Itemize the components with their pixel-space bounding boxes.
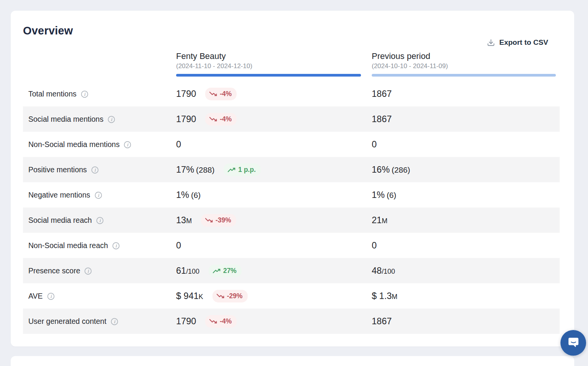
table-row: Non-Social media reach i 0 0 <box>23 233 560 258</box>
previous-value: 1%(6) <box>372 190 396 200</box>
metric-label: User generated content <box>28 317 106 326</box>
current-value-cell: 13M -39% <box>176 214 372 227</box>
current-value: 1790 <box>176 114 196 124</box>
column-header-current: Fenty Beauty (2024-11-10 - 2024-12-10) <box>176 51 372 77</box>
column-header-previous: Previous period (2024-10-10 - 2024-11-09… <box>372 51 560 77</box>
svg-text:i: i <box>88 268 90 274</box>
info-icon[interactable]: i <box>108 116 115 123</box>
table-row: Positive mentions i 17%(288) <box>23 157 560 182</box>
current-value-cell: 0 <box>176 240 372 251</box>
trending-down-icon <box>209 319 217 324</box>
metric-label: AVE <box>28 292 43 301</box>
previous-value-cell: 0 <box>372 240 560 251</box>
column-color-bar <box>176 74 361 77</box>
table-header: Fenty Beauty (2024-11-10 - 2024-12-10) P… <box>23 51 560 77</box>
column-period: (2024-10-10 - 2024-11-09) <box>372 62 560 70</box>
trending-up-icon <box>213 268 220 274</box>
change-badge-label: 1 p.p. <box>238 166 256 174</box>
current-value: 17%(288) <box>176 165 214 175</box>
info-icon[interactable]: i <box>95 191 102 199</box>
metric-label: Presence score <box>28 266 80 275</box>
previous-value: 1867 <box>372 114 392 124</box>
previous-value-cell: 1%(6) <box>372 190 560 200</box>
change-badge-label: -4% <box>220 90 232 98</box>
info-icon[interactable]: i <box>84 267 92 275</box>
current-value-cell: 1790 -4% <box>176 315 372 328</box>
change-badge: 1 p.p. <box>224 163 261 176</box>
info-icon[interactable]: i <box>47 292 55 300</box>
change-badge-label: -4% <box>220 317 232 325</box>
table-row: Total mentions i 1790 <box>23 81 560 106</box>
table-row: Non-Social media mentions i 0 0 <box>23 132 560 157</box>
current-value: 1%(6) <box>176 190 201 200</box>
column-name: Fenty Beauty <box>176 51 372 61</box>
current-value: 1790 <box>176 316 196 327</box>
current-value-cell: 1790 -4% <box>176 88 372 100</box>
chat-bubble-icon <box>567 336 580 350</box>
previous-value: 1867 <box>372 89 392 99</box>
overview-card: Overview Export to CSV Fenty Beauty (202… <box>11 11 574 346</box>
metric-label: Social media reach <box>28 216 92 225</box>
svg-text:i: i <box>114 319 116 324</box>
change-badge-label: -39% <box>216 216 231 224</box>
export-csv-label: Export to CSV <box>499 38 548 47</box>
info-icon[interactable]: i <box>96 217 104 224</box>
change-badge: -4% <box>205 113 237 126</box>
current-value-cell: $ 941K -29% <box>176 290 372 302</box>
previous-value: 48/100 <box>372 266 395 276</box>
next-section-card <box>11 356 574 366</box>
previous-value-cell: 1867 <box>372 114 560 124</box>
column-name: Previous period <box>372 51 560 61</box>
table-row: Social media reach i 13M <box>23 208 560 233</box>
table-row: Negative mentions i 1%(6) 1%(6) <box>23 182 560 208</box>
info-icon[interactable]: i <box>112 242 120 250</box>
svg-text:i: i <box>50 294 52 299</box>
current-value-cell: 0 <box>176 139 372 150</box>
column-period: (2024-11-10 - 2024-12-10) <box>176 62 372 70</box>
change-badge: -39% <box>201 214 236 227</box>
trending-down-icon <box>205 217 213 223</box>
previous-value: 21M <box>372 215 387 225</box>
current-value: 1790 <box>176 89 196 99</box>
current-value-cell: 1790 -4% <box>176 113 372 126</box>
svg-text:i: i <box>99 218 101 223</box>
page-title: Overview <box>23 25 73 37</box>
current-value: 0 <box>176 139 181 150</box>
metric-label: Total mentions <box>28 90 77 98</box>
table-row: AVE i $ 941K <box>23 283 560 309</box>
metric-label: Negative mentions <box>28 191 90 199</box>
current-value-cell: 61/100 27% <box>176 265 372 277</box>
current-value-cell: 1%(6) <box>176 190 372 200</box>
info-icon[interactable]: i <box>111 318 118 325</box>
previous-value-cell: 21M <box>372 215 560 225</box>
metric-label: Positive mentions <box>28 165 87 174</box>
export-csv-button[interactable]: Export to CSV <box>487 38 548 47</box>
change-badge-label: 27% <box>223 267 237 275</box>
svg-text:i: i <box>115 243 117 248</box>
chat-launcher-button[interactable] <box>560 330 586 356</box>
previous-value: 0 <box>372 139 377 150</box>
svg-text:i: i <box>84 92 86 97</box>
previous-value: $ 1.3M <box>372 291 397 301</box>
current-value: $ 941K <box>176 291 203 301</box>
table-row: Presence score i 61/100 <box>23 258 560 283</box>
info-icon[interactable]: i <box>81 90 88 98</box>
trending-up-icon <box>228 167 235 173</box>
current-value: 0 <box>176 240 181 251</box>
metric-label: Non-Social media reach <box>28 241 108 250</box>
trending-down-icon <box>209 116 217 122</box>
metric-label: Social media mentions <box>28 115 103 124</box>
info-icon[interactable]: i <box>124 141 131 149</box>
table-row: Social media mentions i 1790 <box>23 106 560 132</box>
info-icon[interactable]: i <box>91 166 99 174</box>
svg-text:i: i <box>111 117 113 122</box>
previous-value: 1867 <box>372 316 392 327</box>
trending-down-icon <box>217 293 224 299</box>
change-badge: -4% <box>205 315 237 328</box>
table-body: Total mentions i 1790 <box>23 81 560 334</box>
previous-value: 0 <box>372 240 377 251</box>
table-row: User generated content i 1790 <box>23 309 560 334</box>
download-icon <box>487 39 495 47</box>
change-badge: -4% <box>205 88 237 100</box>
previous-value-cell: 48/100 <box>372 266 560 276</box>
